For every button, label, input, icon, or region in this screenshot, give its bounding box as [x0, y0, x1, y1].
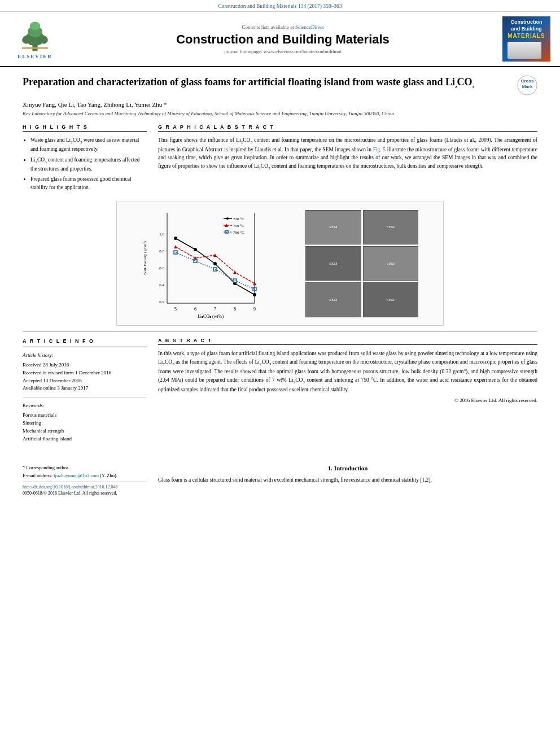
svg-text:780 °C: 780 °C	[233, 230, 244, 235]
sem-image-1: SEM	[305, 210, 361, 244]
article-title-area: Preparation and characterization of glas…	[23, 75, 537, 95]
available-date: Available online 3 January 2017	[23, 385, 147, 392]
journal-title: Construction and Building Materials	[68, 32, 498, 47]
elsevier-logo-area: ELSEVIER	[7, 19, 63, 59]
email-link[interactable]: tjuzhuyumei@163.com	[54, 473, 99, 478]
top-reference-bar: Construction and Building Materials 134 …	[0, 0, 560, 12]
keyword-4: Artificial floating island	[23, 435, 147, 443]
svg-text:0.9: 0.9	[159, 300, 164, 304]
abstract-column: A B S T R A C T In this work, a type of …	[158, 338, 537, 443]
sem-images-grid: SEM SEM SEM SEM SEM SEM	[305, 210, 418, 317]
highlights-graphical-section: H I G H L I G H T S Waste glass and Li2C…	[23, 124, 537, 194]
introduction-column: 1. Introduction Glass foam is a cellular…	[158, 465, 537, 496]
highlight-item-3: Prepared glass foams possessed good chem…	[30, 175, 147, 191]
info-abstract-section: A R T I C L E I N F O Article history: R…	[23, 338, 537, 443]
footer-divider	[23, 482, 147, 482]
keywords-section: Keywords: Porous materials Sintering Mec…	[23, 402, 147, 443]
svg-rect-6	[22, 47, 48, 49]
svg-point-36	[226, 217, 229, 220]
article-info-heading: A R T I C L E I N F O	[23, 338, 147, 347]
svg-text:Bulk Density (g/cm³): Bulk Density (g/cm³)	[143, 241, 147, 274]
page: Construction and Building Materials 134 …	[0, 0, 560, 747]
highlights-list: Waste glass and Li2CO3 were used as raw …	[23, 136, 147, 191]
highlight-item-1: Waste glass and Li2CO3 were used as raw …	[30, 136, 147, 154]
figure-container: 5 6 7 8 9 Li₂CO₃ (wt%) Bulk Density (g/c…	[116, 202, 444, 326]
chart-svg: 5 6 7 8 9 Li₂CO₃ (wt%) Bulk Density (g/c…	[142, 207, 300, 320]
email-label: E-mail address:	[23, 473, 53, 478]
article-body: Preparation and characterization of glas…	[0, 67, 560, 459]
sem-image-5: SEM	[305, 282, 361, 317]
doi-link[interactable]: http://dx.doi.org/10.1016/j.conbuildmat.…	[23, 484, 118, 490]
journal-cover-box: Construction and Building MATERIALS	[502, 16, 550, 62]
email-line: E-mail address: tjuzhuyumei@163.com (Y. …	[23, 473, 147, 478]
journal-header: ELSEVIER Contents lists available at Sci…	[0, 12, 560, 67]
journal-homepage: journal homepage: www.elsevier.com/locat…	[68, 49, 498, 54]
authors-line: Xinyue Fang, Qie Li, Tao Yang, Zhihong L…	[23, 101, 537, 108]
bottom-left-col: * Corresponding author. E-mail address: …	[23, 465, 147, 496]
svg-text:8: 8	[234, 307, 236, 312]
svg-text:720 °C: 720 °C	[233, 217, 244, 221]
email-suffix: (Y. Zhu).	[100, 473, 117, 478]
graphical-abstract-figure: 5 6 7 8 9 Li₂CO₃ (wt%) Bulk Density (g/c…	[23, 202, 537, 326]
abstract-heading: A B S T R A C T	[158, 338, 537, 345]
svg-point-27	[213, 262, 217, 265]
article-title: Preparation and characterization of glas…	[23, 75, 511, 90]
science-direct-link[interactable]: ScienceDirect	[295, 24, 323, 30]
svg-text:1.0: 1.0	[159, 232, 164, 237]
svg-text:6: 6	[194, 307, 196, 312]
corresponding-label: * Corresponding author.	[23, 465, 69, 470]
graphical-abstract-text: This figure shows the influence of Li2CO…	[158, 136, 537, 172]
article-info-column: A R T I C L E I N F O Article history: R…	[23, 338, 147, 443]
sem-image-6: SEM	[363, 282, 419, 317]
keyword-3: Mechanical strength	[23, 427, 147, 435]
journal-header-center: Contents lists available at ScienceDirec…	[68, 24, 498, 54]
intro-heading: 1. Introduction	[158, 465, 537, 471]
svg-text:5: 5	[174, 307, 177, 312]
intro-text: Glass foam is a cellular structured soli…	[158, 476, 537, 484]
contents-line: Contents lists available at ScienceDirec…	[68, 24, 498, 30]
svg-text:0.4: 0.4	[159, 283, 164, 287]
sem-image-2: SEM	[363, 210, 419, 244]
affiliation-line: Key Laboratory for Advanced Ceramics and…	[23, 111, 537, 116]
sem-image-3: SEM	[305, 246, 361, 281]
corresponding-note: * Corresponding author.	[23, 465, 147, 470]
keyword-1: Porous materials	[23, 412, 147, 420]
accepted-date: Accepted 13 December 2016	[23, 377, 147, 385]
svg-text:7: 7	[214, 307, 216, 312]
elsevier-logo: ELSEVIER	[7, 19, 63, 59]
keyword-2: Sintering	[23, 420, 147, 427]
graphical-abstract-column: G R A P H I C A L A B S T R A C T This f…	[158, 124, 537, 194]
svg-text:Li₂CO₃ (wt%): Li₂CO₃ (wt%)	[198, 314, 224, 319]
svg-point-3	[30, 22, 40, 30]
copyright-line: © 2016 Elsevier Ltd. All rights reserved…	[158, 397, 537, 403]
svg-point-29	[253, 293, 256, 296]
issn-line: 0950-0618/© 2016 Elsevier Ltd. All right…	[23, 491, 147, 496]
svg-text:Mark: Mark	[522, 84, 533, 89]
svg-text:9: 9	[253, 307, 256, 312]
section-divider-1	[23, 331, 537, 332]
crossmark-badge: Cross Mark	[517, 75, 537, 95]
received-date: Received 28 July 2016	[23, 361, 147, 369]
info-divider	[23, 397, 147, 397]
revised-date: Received in revised form 1 December 2016	[23, 369, 147, 377]
elsevier-label: ELSEVIER	[18, 54, 53, 59]
svg-text:750 °C: 750 °C	[233, 224, 244, 228]
keywords-label: Keywords:	[23, 402, 147, 410]
sem-image-4: SEM	[363, 246, 419, 281]
article-history-label: Article history:	[23, 352, 147, 360]
abstract-text: In this work, a type of glass foam for a…	[158, 350, 537, 394]
highlight-item-2: Li2CO3 content and foaming temperatures …	[30, 156, 147, 173]
svg-text:0.8: 0.8	[159, 249, 164, 254]
highlights-column: H I G H L I G H T S Waste glass and Li2C…	[23, 124, 147, 194]
svg-point-25	[174, 237, 177, 240]
highlights-heading: H I G H L I G H T S	[23, 124, 147, 132]
journal-cover: Construction and Building MATERIALS	[502, 16, 553, 62]
graphical-abstract-heading: G R A P H I C A L A B S T R A C T	[158, 124, 537, 132]
svg-point-26	[194, 248, 197, 251]
journal-reference: Construction and Building Materials 134 …	[218, 3, 342, 9]
authors: Xinyue Fang, Qie Li, Tao Yang, Zhihong L…	[23, 101, 167, 108]
svg-text:Cross: Cross	[521, 78, 534, 84]
bottom-area: * Corresponding author. E-mail address: …	[0, 465, 560, 496]
svg-text:0.6: 0.6	[159, 266, 164, 270]
cover-title: Construction and Building MATERIALS	[508, 19, 545, 59]
